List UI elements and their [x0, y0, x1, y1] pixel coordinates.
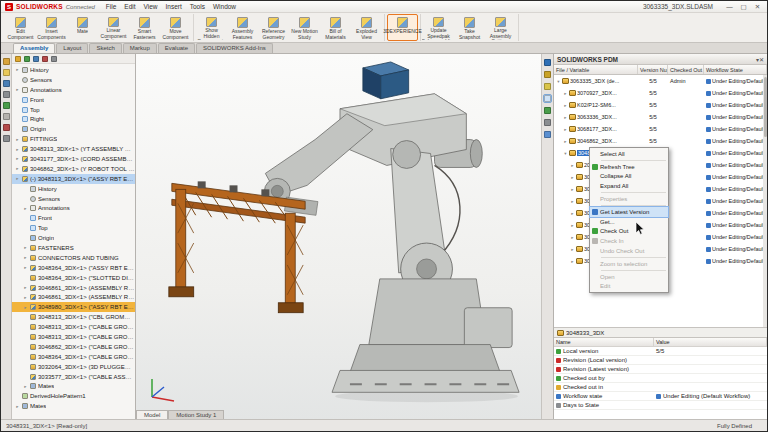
tree-item-sensors[interactable]: Sensors	[12, 75, 135, 85]
tree-item-3048364-3dx-1-slotted-din-ra[interactable]: 3048364_3DX<1> ("SLOTTED DIN RA...	[12, 273, 135, 283]
menu-view[interactable]: View	[140, 3, 162, 10]
tree-item-fasteners[interactable]: ▸FASTENERS	[12, 243, 135, 253]
tree-item-mates[interactable]: ▸Mates	[12, 382, 135, 392]
expand-arrow-icon[interactable]: ▸	[15, 404, 20, 409]
menu-item-get-latest-version[interactable]: Get Latest Version	[590, 207, 668, 217]
open-document-icon[interactable]	[3, 69, 10, 76]
ribbon-button-move-component[interactable]: Move Component	[160, 14, 191, 41]
tree-item-3048313-3dx-1-cable-gromme[interactable]: 3048313_3DX<1> ("CABLE GROMME...	[12, 332, 135, 342]
tree-item-annotations[interactable]: ▸Annotations	[12, 203, 135, 213]
new-document-icon[interactable]	[3, 58, 10, 65]
tree-item-right[interactable]: Right	[12, 114, 135, 124]
tree-item-mates[interactable]: ▸Mates	[12, 401, 135, 411]
configurationmanager-tab-icon[interactable]	[33, 56, 39, 62]
pdm-row-k02-p12-sm6[interactable]: ▸K02/P12-SM6...5/5Under Editing/Default …	[554, 99, 767, 111]
ribbon-button-edit-component[interactable]: Edit Component	[5, 14, 36, 41]
expand-arrow-icon[interactable]: ▸	[15, 176, 20, 181]
menu-edit[interactable]: Edit	[120, 3, 139, 10]
ribbon-button-bill-of-materials[interactable]: Bill of Materials	[320, 14, 351, 41]
tree-item-3048313-3dx-1-assy-rbt-ex400[interactable]: ▸(-) 3048313_3DX<1> ("ASSY RBT EX400...	[12, 174, 135, 184]
expand-arrow-icon[interactable]: ▸	[23, 285, 28, 290]
column-header-workflow-state[interactable]: Workflow State	[704, 65, 767, 74]
pdm-row-3046862-3dx[interactable]: ▸3046862_3DX...5/5Under Editing/Default …	[554, 135, 767, 147]
maximize-button[interactable]: ▢	[738, 3, 749, 11]
tab-layout[interactable]: Layout	[56, 43, 88, 53]
undo-icon[interactable]	[3, 102, 10, 109]
expand-arrow-icon[interactable]: ▸	[23, 206, 28, 211]
expand-arrow-icon[interactable]: ▸	[563, 91, 568, 96]
expand-arrow-icon[interactable]: ▸	[15, 87, 20, 92]
tree-item-3048313-3dx-1-cbl-grommet-p[interactable]: 3048313_3DX<1> ("CBL GROMMET P...	[12, 312, 135, 322]
pdm-scrollbar[interactable]	[763, 75, 767, 327]
model-tab-model[interactable]: Model	[136, 410, 168, 419]
expand-arrow-icon[interactable]: ▸	[570, 259, 575, 264]
expand-arrow-icon[interactable]: ▸	[15, 156, 20, 161]
pdm-row-3070927-3dx[interactable]: ▸3070927_3DX...5/5Under Editing/Default …	[554, 87, 767, 99]
save-icon[interactable]	[3, 80, 10, 87]
expand-arrow-icon[interactable]: ▸	[23, 295, 28, 300]
tree-item-history[interactable]: History	[12, 184, 135, 194]
expand-arrow-icon[interactable]: ▸	[15, 67, 20, 72]
tree-item-3048364-3dx-1-cable-gromme[interactable]: 3048364_3DX<1> ("CABLE GROMME...	[12, 352, 135, 362]
expand-arrow-icon[interactable]: ▸	[570, 175, 575, 180]
expand-arrow-icon[interactable]: ▸	[570, 199, 575, 204]
pdm-row-3063336-3dx[interactable]: ▸3063336_3DX...5/5Under Editing/Default …	[554, 111, 767, 123]
expand-arrow-icon[interactable]: ▸	[570, 187, 575, 192]
file-explorer-icon[interactable]	[544, 83, 551, 90]
expand-arrow-icon[interactable]: ▸	[570, 223, 575, 228]
threedexperience-icon[interactable]	[544, 59, 551, 66]
expand-arrow-icon[interactable]: ▸	[563, 127, 568, 132]
expand-arrow-icon[interactable]: ▸	[563, 115, 568, 120]
tab-markup[interactable]: Markup	[123, 43, 157, 53]
tree-item-origin[interactable]: Origin	[12, 124, 135, 134]
tree-item-history[interactable]: ▸History	[12, 65, 135, 75]
ribbon-button-new-motion-study[interactable]: New Motion Study	[289, 14, 320, 41]
menu-insert[interactable]: Insert	[161, 3, 185, 10]
ribbon-button-show-hidden-components[interactable]: Show Hidden Components	[196, 14, 227, 41]
menu-file[interactable]: File	[102, 3, 120, 10]
tree-item-3048313-3dx-1-cable-grommet[interactable]: 3048313_3DX<1> ("CABLE GROMMET...	[12, 322, 135, 332]
menu-tools[interactable]: Tools	[186, 3, 209, 10]
pdm-row-3068177-3dx[interactable]: ▸3068177_3DX...5/5Under Editing/Default …	[554, 123, 767, 135]
tree-item-3046861-3dx-1-assembly-robo[interactable]: ▸3046861_3DX<1> (ASSEMBLY ROBO...	[12, 283, 135, 293]
pdm-scrollbar-thumb[interactable]	[764, 77, 767, 137]
close-icon[interactable]: ✕	[759, 57, 764, 63]
model-tab-motion-study-1[interactable]: Motion Study 1	[168, 410, 224, 419]
select-icon[interactable]	[3, 113, 10, 120]
tree-item-connectors-and-tubing[interactable]: ▸CONNECTORS AND TUBING	[12, 253, 135, 263]
menu-item-collapse-all[interactable]: Collapse All	[590, 172, 668, 182]
design-library-icon[interactable]	[544, 71, 551, 78]
tree-item-3048313-3dx-1-yt-assembly-rob[interactable]: ▸3048313_3DX<1> (YT ASSEMBLY ROB...	[12, 144, 135, 154]
tree-item-fittings[interactable]: ▸FITTINGS	[12, 134, 135, 144]
minimize-button[interactable]: —	[724, 3, 735, 10]
tree-item-3048980-3dx-1-assy-rbt-ex400[interactable]: ▸3048980_3DX<1> ("ASSY RBT EX400...	[12, 302, 135, 312]
ribbon-button-large-assembly-settings[interactable]: Large Assembly Settings	[485, 14, 516, 41]
expand-arrow-icon[interactable]: ▸	[570, 163, 575, 168]
tree-item-origin[interactable]: Origin	[12, 233, 135, 243]
tree-item-3043177-3dx-1-cord-assembly-r[interactable]: ▸3043177_3DX<1> (CORD ASSEMBLY R...	[12, 154, 135, 164]
tab-sketch[interactable]: Sketch	[89, 43, 121, 53]
expand-arrow-icon[interactable]: ▸	[23, 255, 28, 260]
expand-arrow-icon[interactable]: ▸	[15, 137, 20, 142]
expand-arrow-icon[interactable]: ▸	[23, 384, 28, 389]
ribbon-button-exploded-view[interactable]: Exploded View	[351, 14, 382, 41]
tree-item-front[interactable]: Front	[12, 95, 135, 105]
expand-arrow-icon[interactable]: ▾	[563, 151, 568, 156]
menu-item-select-all[interactable]: Select All	[590, 149, 668, 159]
ribbon-button-mate[interactable]: Mate	[67, 14, 98, 41]
print-icon[interactable]	[3, 91, 10, 98]
expand-arrow-icon[interactable]: ▸	[23, 305, 28, 310]
appearances-icon[interactable]	[544, 107, 551, 114]
displaymanager-tab-icon[interactable]	[51, 56, 57, 62]
tree-item-3032064-3dx-1-3d-plugged-cab[interactable]: 3032064_3DX<1> (3D PLUGGED CAB...	[12, 362, 135, 372]
menu-item-check-out[interactable]: Check Out	[590, 227, 668, 237]
expand-arrow-icon[interactable]: ▸	[23, 265, 28, 270]
tree-item-front[interactable]: Front	[12, 213, 135, 223]
ribbon-button-smart-fasteners[interactable]: Smart Fasteners	[129, 14, 160, 41]
tree-item-top[interactable]: Top	[12, 105, 135, 115]
column-header-version-number[interactable]: Version Number	[638, 65, 668, 74]
menu-window[interactable]: Window	[209, 3, 240, 10]
ribbon-button-update-speedpak-subassemblies[interactable]: Update Speedpak Subassemblies	[423, 14, 454, 41]
pdm-vault-icon[interactable]	[544, 95, 551, 102]
menu-item-get[interactable]: Get...	[590, 217, 668, 227]
